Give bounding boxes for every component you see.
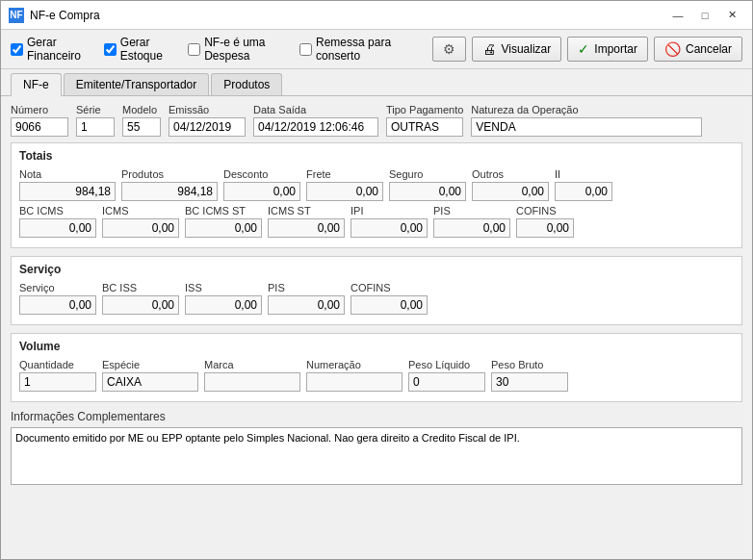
especie-label: Espécie xyxy=(102,359,198,370)
tab-nfe[interactable]: NF-e xyxy=(11,73,62,96)
pis-input[interactable] xyxy=(433,218,510,238)
importar-label: Importar xyxy=(594,42,637,56)
totais-section: Totais Nota Produtos Desconto Frete xyxy=(11,142,742,248)
modelo-input[interactable] xyxy=(122,117,161,137)
toolbar: Gerar Financeiro Gerar Estoque NF-e é um… xyxy=(1,30,752,69)
maximize-button[interactable]: □ xyxy=(692,5,717,26)
ii-input[interactable] xyxy=(555,182,612,201)
gear-button[interactable]: ⚙ xyxy=(432,37,466,62)
especie-input[interactable] xyxy=(102,372,198,392)
iss-input[interactable] xyxy=(185,295,262,315)
servico-label: Serviço xyxy=(19,282,96,293)
bciss-input[interactable] xyxy=(102,295,179,315)
icms-input[interactable] xyxy=(102,218,179,238)
datasaida-label: Data Saída xyxy=(253,104,378,115)
produtos-input[interactable] xyxy=(121,182,218,201)
bcicms-input[interactable] xyxy=(19,218,96,238)
title-bar-left: NF NF-e Compra xyxy=(9,8,100,23)
cancelar-button[interactable]: 🚫 Cancelar xyxy=(654,37,742,62)
tipopag-input[interactable] xyxy=(386,117,463,137)
tab-emitente[interactable]: Emitente/Transportador xyxy=(64,73,210,95)
volume-row: Quantidade Espécie Marca Numeração Peso … xyxy=(19,359,734,392)
outros-label: Outros xyxy=(472,168,549,180)
nfe-despesa-label: NF-e é uma Despesa xyxy=(204,36,288,63)
field-marca: Marca xyxy=(204,359,300,392)
field-pesobruto: Peso Bruto xyxy=(491,359,568,392)
seguro-input[interactable] xyxy=(389,182,466,201)
gerar-estoque-checkbox[interactable]: Gerar Estoque xyxy=(104,36,176,63)
remessa-conserto-checkbox[interactable]: Remessa para conserto xyxy=(299,36,409,63)
tab-produtos[interactable]: Produtos xyxy=(211,73,282,95)
importar-button[interactable]: ✓ Importar xyxy=(567,37,648,62)
field-ii: II xyxy=(555,168,612,201)
field-emissao: Emissão xyxy=(169,104,246,137)
field-tipopag: Tipo Pagamento xyxy=(386,104,463,137)
minimize-button[interactable]: — xyxy=(665,5,690,26)
field-seguro: Seguro xyxy=(389,168,466,201)
serv-cofins-input[interactable] xyxy=(351,295,428,315)
field-natureza: Natureza da Operação xyxy=(471,104,702,137)
toolbar-buttons: ⚙ 🖨 Visualizar ✓ Importar 🚫 Cancelar xyxy=(432,37,742,62)
field-frete: Frete xyxy=(306,168,383,201)
marca-label: Marca xyxy=(204,359,300,370)
numeracao-input[interactable] xyxy=(306,372,402,392)
outros-input[interactable] xyxy=(472,182,549,201)
totais-row1: Nota Produtos Desconto Frete Seguro xyxy=(19,168,734,201)
pesobruto-input[interactable] xyxy=(491,372,568,392)
frete-input[interactable] xyxy=(306,182,383,201)
servico-row: Serviço BC ISS ISS PIS COFINS xyxy=(19,282,734,315)
pesoliquido-input[interactable] xyxy=(408,372,485,392)
gerar-financeiro-label: Gerar Financeiro xyxy=(27,36,92,63)
numero-input[interactable] xyxy=(11,117,68,137)
field-servico: Serviço xyxy=(19,282,96,315)
bcicmsst-input[interactable] xyxy=(185,218,262,238)
modelo-label: Modelo xyxy=(122,104,161,115)
field-cofins: COFINS xyxy=(516,205,574,238)
visualizar-button[interactable]: 🖨 Visualizar xyxy=(472,37,561,62)
desconto-input[interactable] xyxy=(223,182,300,201)
natureza-input[interactable] xyxy=(471,117,702,137)
cofins-label: COFINS xyxy=(516,205,574,216)
serie-input[interactable] xyxy=(76,117,115,137)
ipi-input[interactable] xyxy=(351,218,428,238)
cofins-input[interactable] xyxy=(516,218,574,238)
field-bcicms: BC ICMS xyxy=(19,205,96,238)
info-complementar-textarea[interactable] xyxy=(11,427,742,485)
frete-label: Frete xyxy=(306,168,383,180)
tipopag-label: Tipo Pagamento xyxy=(386,104,463,115)
nfe-header-fields: Número Série Modelo Emissão Data Saída T… xyxy=(11,104,742,137)
serv-cofins-label: COFINS xyxy=(351,282,428,293)
serv-pis-label: PIS xyxy=(268,282,345,293)
totais-title: Totais xyxy=(19,149,734,163)
marca-input[interactable] xyxy=(204,372,300,392)
field-bcicmsst: BC ICMS ST xyxy=(185,205,262,238)
serv-pis-input[interactable] xyxy=(268,295,345,315)
field-bciss: BC ISS xyxy=(102,282,179,315)
title-bar: NF NF-e Compra — □ ✕ xyxy=(1,1,752,30)
emissao-input[interactable] xyxy=(169,117,246,137)
app-icon: NF xyxy=(9,8,24,23)
field-especie: Espécie xyxy=(102,359,198,392)
field-numeracao: Numeração xyxy=(306,359,402,392)
gear-icon: ⚙ xyxy=(443,41,455,57)
nota-input[interactable] xyxy=(19,182,116,201)
nfe-despesa-checkbox[interactable]: NF-e é uma Despesa xyxy=(188,36,288,63)
servico-section: Serviço Serviço BC ISS ISS PIS xyxy=(11,256,742,325)
servico-input[interactable] xyxy=(19,295,96,315)
gerar-financeiro-checkbox[interactable]: Gerar Financeiro xyxy=(11,36,92,63)
servico-title: Serviço xyxy=(19,263,734,276)
field-modelo: Modelo xyxy=(122,104,161,137)
field-serv-cofins: COFINS xyxy=(351,282,428,315)
quantidade-input[interactable] xyxy=(19,372,96,392)
visualizar-label: Visualizar xyxy=(501,42,551,56)
field-pis: PIS xyxy=(433,205,510,238)
icmsst-input[interactable] xyxy=(268,218,345,238)
bciss-label: BC ISS xyxy=(102,282,179,293)
field-outros: Outros xyxy=(472,168,549,201)
field-numero: Número xyxy=(11,104,68,137)
cancelar-label: Cancelar xyxy=(686,42,732,56)
datasaida-input[interactable] xyxy=(253,117,378,137)
field-pesoliquido: Peso Líquido xyxy=(408,359,485,392)
field-iss: ISS xyxy=(185,282,262,315)
close-button[interactable]: ✕ xyxy=(719,5,744,26)
